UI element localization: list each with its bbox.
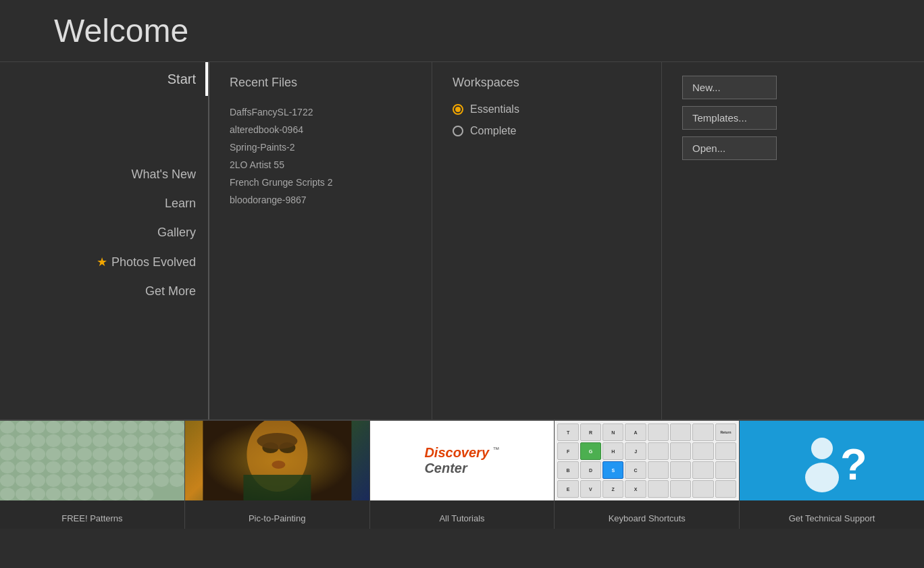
support-image: ? [740,421,924,500]
key-H: H [602,442,623,460]
tile-all-tutorials[interactable]: Discovery ™ Center All Tutorials [370,421,555,529]
svg-point-7 [811,438,833,459]
all-tutorials-label: All Tutorials [439,513,484,523]
key-G: G [580,442,601,460]
key-blank14 [692,480,713,498]
key-blank8 [648,461,669,479]
recent-files-title: Recent Files [230,76,411,90]
main-content: Start What's New Learn Gallery ★ Photos … [0,61,924,419]
key-X: X [625,480,646,498]
key-F: F [557,442,578,460]
workspaces-title: Workspaces [453,76,641,90]
file-item-4[interactable]: French Grunge Scripts 2 [230,174,411,191]
key-V: V [580,480,601,498]
key-E: E [557,480,578,498]
support-bg: ? [740,421,924,500]
keyboard-shortcuts-label: Keyboard Shortcuts [609,513,686,523]
workspace-complete[interactable]: Complete [453,125,641,137]
discovery-center-image: Discovery ™ Center [370,421,555,500]
free-patterns-image [0,421,184,500]
svg-point-4 [272,461,285,469]
pic-to-painting-label: Pic-to-Painting [249,513,306,523]
key-blank12 [648,480,669,498]
nav-items: What's New Learn Gallery ★ Photos Evolve… [97,163,208,303]
painting-image [185,421,369,500]
tile-get-technical-support[interactable]: ? Get Technical Support [740,421,924,529]
recent-files-section: Recent Files DaffsFancySL-1722 alteredbo… [209,62,432,419]
key-B: B [557,461,578,479]
nav-item-photos-evolved[interactable]: ★ Photos Evolved [97,251,196,274]
nav-item-learn[interactable]: Learn [165,192,196,215]
tile-keyboard-shortcuts[interactable]: T R N A Return F G H J B D S C [555,421,740,529]
trademark-symbol: ™ [493,446,500,453]
key-A: A [625,423,646,441]
tile-pic-to-painting[interactable]: Pic-to-Painting [185,421,370,529]
key-Z: Z [602,480,623,498]
key-blank3 [692,423,713,441]
key-C: C [625,461,646,479]
key-T: T [557,423,578,441]
svg-point-8 [805,463,839,492]
svg-point-6 [257,433,297,449]
key-blank13 [670,480,691,498]
active-bar [205,62,208,96]
templates-button[interactable]: Templates... [682,106,777,130]
svg-text:?: ? [840,440,867,489]
key-N: N [602,423,623,441]
support-svg: ? [792,427,873,494]
buttons-section: New... Templates... Open... [662,62,924,419]
key-return: Return [715,423,736,441]
new-button[interactable]: New... [682,76,777,99]
workspace-complete-label: Complete [470,125,516,137]
painting-svg [185,421,369,500]
keyboard-image: T R N A Return F G H J B D S C [555,421,739,500]
key-blank5 [670,442,691,460]
key-blank9 [670,461,691,479]
file-item-5[interactable]: bloodorange-9867 [230,191,411,209]
bottom-tiles: FREE! Patterns [0,421,924,529]
discovery-center-text: Discovery ™ Center [424,445,499,476]
key-blank6 [692,442,713,460]
center-word: Center [424,461,467,475]
key-blank1 [648,423,669,441]
key-blank7 [715,442,736,460]
key-S: S [602,461,623,479]
file-item-2[interactable]: Spring-Paints-2 [230,138,411,156]
keyboard-bg: T R N A Return F G H J B D S C [555,421,739,500]
mosaic-pattern [0,421,184,500]
workspace-essentials[interactable]: Essentials [453,103,641,115]
file-item-1[interactable]: alteredbook-0964 [230,121,411,138]
key-J: J [625,442,646,460]
key-R: R [580,423,601,441]
radio-group: Essentials Complete [453,103,641,137]
nav-item-get-more[interactable]: Get More [145,280,196,303]
workspaces-section: Workspaces Essentials Complete [432,62,662,419]
file-item-3[interactable]: 2LO Artist 55 [230,156,411,174]
nav-start-label: Start [168,72,208,87]
nav-item-gallery[interactable]: Gallery [157,222,196,244]
free-patterns-label: FREE! Patterns [61,513,122,523]
key-blank10 [692,461,713,479]
left-nav: Start What's New Learn Gallery ★ Photos … [0,62,209,419]
header: Welcome [0,0,924,61]
get-technical-support-label: Get Technical Support [789,513,875,523]
start-section: Start [0,62,208,96]
open-button[interactable]: Open... [682,136,777,160]
key-blank2 [670,423,691,441]
key-blank4 [648,442,669,460]
svg-rect-5 [243,475,311,500]
discovery-bg: Discovery ™ Center [370,421,555,500]
workspace-essentials-label: Essentials [470,103,519,115]
nav-item-whats-new[interactable]: What's New [132,163,196,186]
discovery-word: Discovery [424,445,489,460]
key-blank15 [715,480,736,498]
file-item-0[interactable]: DaffsFancySL-1722 [230,103,411,121]
star-icon: ★ [97,255,107,269]
key-D: D [580,461,601,479]
tile-free-patterns[interactable]: FREE! Patterns [0,421,185,529]
page-title: Welcome [54,12,924,49]
radio-complete-circle [453,126,463,136]
key-blank11 [715,461,736,479]
painting-bg [185,421,369,500]
radio-essentials-circle [453,104,463,115]
